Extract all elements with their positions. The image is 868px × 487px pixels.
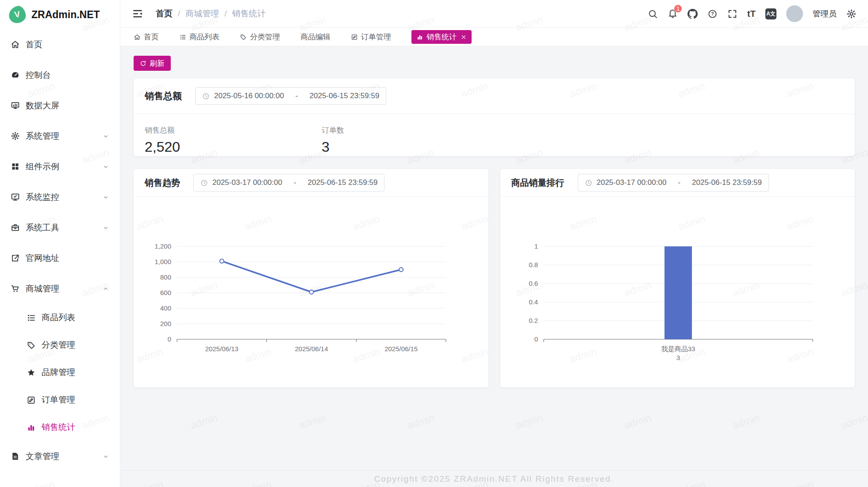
svg-text:2025/06/14: 2025/06/14 <box>295 345 328 353</box>
refresh-label: 刷新 <box>150 58 165 69</box>
svg-text:0: 0 <box>168 335 171 343</box>
stat-value: 3 <box>322 139 499 155</box>
stat-label: 订单数 <box>322 125 499 135</box>
sidebar-fold-icon[interactable] <box>132 8 143 19</box>
close-icon[interactable] <box>461 34 467 40</box>
help-icon[interactable] <box>707 9 718 19</box>
date-start: 2025-03-17 00:00:00 <box>597 178 667 187</box>
search-icon[interactable] <box>648 9 658 19</box>
breadcrumb-item-mall[interactable]: 商城管理 <box>185 8 219 19</box>
bar-chart-icon <box>416 34 423 41</box>
app-root: V ZRAdmin.NET 首页 控制台 数据大屏 系统管理 <box>0 0 868 487</box>
svg-text:我是商品33: 我是商品33 <box>661 345 695 353</box>
article-icon <box>11 452 20 461</box>
sidebar-item-components[interactable]: 组件示例 <box>0 151 120 182</box>
username[interactable]: 管理员 <box>813 8 837 19</box>
dashboard-icon <box>11 70 20 80</box>
sidebar-item-system-manage[interactable]: 系统管理 <box>0 121 120 151</box>
settings-gear-icon[interactable] <box>846 9 856 19</box>
logo-letter: V <box>14 9 21 20</box>
sidebar-item-label: 控制台 <box>26 69 51 81</box>
copyright-text: Copyright ©2025 ZRAdmin.NET All Rights R… <box>374 474 615 484</box>
sidebar-item-category-manage[interactable]: 分类管理 <box>0 331 120 359</box>
cart-icon <box>11 284 20 293</box>
avatar[interactable] <box>786 5 803 22</box>
sidebar-item-label: 商城管理 <box>26 283 59 295</box>
page-content: 刷新 销售总额 2025-05-16 00:00:00 - 2025-06-15… <box>120 46 868 470</box>
breadcrumb-item-home[interactable]: 首页 <box>156 8 173 19</box>
sidebar-item-mall-manage[interactable]: 商城管理 <box>0 273 120 304</box>
sidebar-item-sales-stats[interactable]: 销售统计 <box>0 414 120 441</box>
breadcrumb: 首页 / 商城管理 / 销售统计 <box>156 8 266 19</box>
app-logo[interactable]: V ZRAdmin.NET <box>0 0 120 29</box>
sidebar-item-label: 文章管理 <box>26 451 59 462</box>
sales-total-card-header: 销售总额 2025-05-16 00:00:00 - 2025-06-15 23… <box>134 78 855 114</box>
sidebar-item-data-screen[interactable]: 数据大屏 <box>0 90 120 121</box>
svg-text:0.2: 0.2 <box>529 317 538 324</box>
sidebar-item-label: 销售统计 <box>42 422 75 433</box>
sidebar-item-product-list[interactable]: 商品列表 <box>0 304 120 331</box>
date-start: 2025-03-17 00:00:00 <box>212 178 282 187</box>
sidebar-item-website[interactable]: 官网地址 <box>0 243 120 273</box>
bar-chart-icon <box>27 423 36 432</box>
breadcrumb-item-sales-stats[interactable]: 销售统计 <box>232 8 266 19</box>
date-range-picker[interactable]: 2025-03-17 00:00:00 - 2025-06-15 23:59:5… <box>578 174 769 192</box>
clock-icon <box>202 92 210 100</box>
stat-label: 销售总额 <box>145 125 322 135</box>
font-size-icon[interactable]: tT <box>747 9 756 19</box>
chevron-down-icon <box>102 194 109 201</box>
chevron-up-icon <box>102 285 109 292</box>
product-rank-bar-chart: 00.20.40.60.81我是商品333 <box>500 198 836 375</box>
tab-category-manage[interactable]: 分类管理 <box>240 32 280 42</box>
sidebar-item-brand-manage[interactable]: 品牌管理 <box>0 359 120 386</box>
sidebar-item-system-monitor[interactable]: 系统监控 <box>0 182 120 212</box>
sidebar-item-label: 商品列表 <box>42 312 75 323</box>
date-range-picker[interactable]: 2025-03-17 00:00:00 - 2025-06-15 23:59:5… <box>193 174 384 192</box>
language-icon[interactable]: A文 <box>765 8 776 19</box>
sidebar-item-home[interactable]: 首页 <box>0 29 120 60</box>
gear-icon <box>11 131 20 141</box>
sidebar-item-label: 数据大屏 <box>26 100 59 111</box>
tab-product-list[interactable]: 商品列表 <box>179 32 219 42</box>
svg-text:3: 3 <box>676 354 680 361</box>
refresh-button[interactable]: 刷新 <box>134 56 171 71</box>
sidebar-item-label: 订单管理 <box>42 394 75 406</box>
svg-text:200: 200 <box>160 320 171 327</box>
tab-order-manage[interactable]: 订单管理 <box>351 32 391 42</box>
tab-home[interactable]: 首页 <box>134 32 159 42</box>
sidebar-item-console[interactable]: 控制台 <box>0 60 120 90</box>
fullscreen-icon[interactable] <box>727 9 737 19</box>
chevron-down-icon <box>102 224 109 231</box>
stat-sales-total: 销售总额 2,520 <box>145 125 322 155</box>
sales-total-card: 销售总额 2025-05-16 00:00:00 - 2025-06-15 23… <box>134 78 855 156</box>
svg-text:2025/06/15: 2025/06/15 <box>384 345 418 353</box>
sidebar-item-label: 系统工具 <box>26 222 59 234</box>
star-icon <box>27 368 36 377</box>
tab-sales-stats[interactable]: 销售统计 <box>411 30 472 44</box>
sidebar-item-system-tools[interactable]: 系统工具 <box>0 212 120 243</box>
tag-icon <box>240 34 247 41</box>
sidebar-item-label: 系统管理 <box>26 130 59 142</box>
tab-product-edit[interactable]: 商品编辑 <box>300 32 330 42</box>
card-title: 销售总额 <box>145 90 182 102</box>
sidebar-item-article-manage[interactable]: 文章管理 <box>0 441 120 472</box>
notifications-button[interactable]: 1 <box>668 8 678 20</box>
svg-text:800: 800 <box>160 273 171 281</box>
tabs-bar: 首页 商品列表 分类管理 商品编辑 订单管理 销售统计 <box>120 28 868 46</box>
date-range-picker[interactable]: 2025-05-16 00:00:00 - 2025-06-15 23:59:5… <box>195 87 386 105</box>
summary-stats: 销售总额 2,520 订单数 3 <box>134 114 855 155</box>
tab-label: 销售统计 <box>426 32 457 42</box>
github-icon[interactable] <box>687 9 698 19</box>
list-icon <box>27 313 36 322</box>
app-title: ZRAdmin.NET <box>31 9 100 21</box>
sidebar: V ZRAdmin.NET 首页 控制台 数据大屏 系统管理 <box>0 0 120 487</box>
sales-trend-card-header: 销售趋势 2025-03-17 00:00:00 - 2025-06-15 23… <box>134 169 488 197</box>
date-separator: - <box>678 178 680 187</box>
sidebar-item-order-manage[interactable]: 订单管理 <box>0 386 120 414</box>
footer: Copyright ©2025 ZRAdmin.NET All Rights R… <box>120 470 868 487</box>
external-link-icon <box>11 253 20 263</box>
navbar-actions: 1 tT A文 管理员 <box>648 5 856 22</box>
date-end: 2025-06-15 23:59:59 <box>308 178 378 187</box>
product-rank-card-header: 商品销量排行 2025-03-17 00:00:00 - 2025-06-15 … <box>500 169 855 197</box>
order-icon <box>351 34 358 41</box>
